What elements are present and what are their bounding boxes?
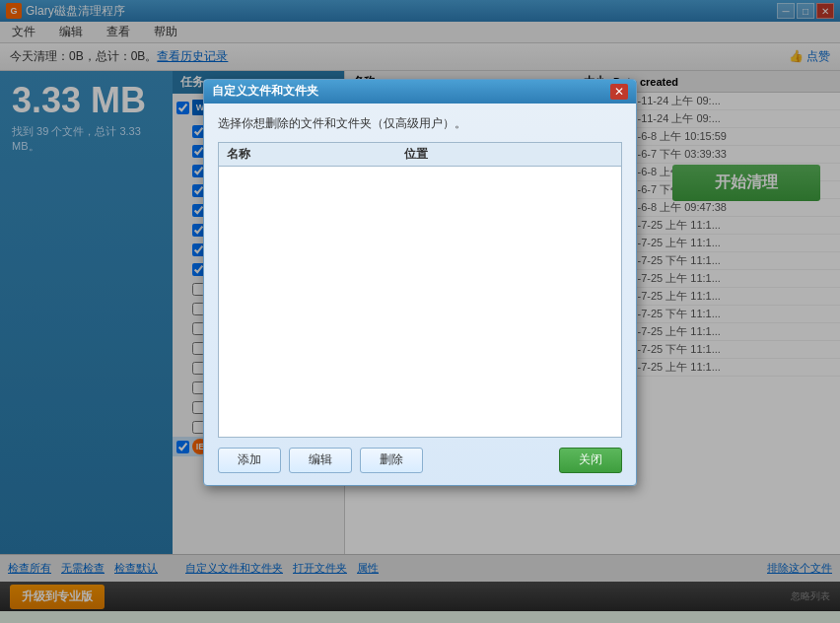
dialog-list-area: 名称 位置 [218, 142, 622, 438]
dialog-buttons: 添加 编辑 删除 关闭 [218, 448, 622, 473]
dialog-close-button[interactable]: ✕ [610, 84, 628, 100]
dialog-instruction: 选择你想删除的文件和文件夹（仅高级用户）。 [218, 115, 622, 132]
dialog-body: 选择你想删除的文件和文件夹（仅高级用户）。 名称 位置 添加 编辑 删除 关闭 [204, 104, 636, 485]
custom-files-dialog: 自定义文件和文件夹 ✕ 选择你想删除的文件和文件夹（仅高级用户）。 名称 位置 … [203, 79, 637, 486]
close-dialog-button[interactable]: 关闭 [559, 448, 622, 473]
dlg-col-name: 名称 [227, 146, 404, 163]
dialog-overlay: 自定义文件和文件夹 ✕ 选择你想删除的文件和文件夹（仅高级用户）。 名称 位置 … [0, 0, 840, 623]
dialog-title: 自定义文件和文件夹 [212, 83, 318, 100]
delete-button[interactable]: 删除 [360, 448, 423, 473]
edit-button[interactable]: 编辑 [289, 448, 352, 473]
dialog-title-bar: 自定义文件和文件夹 ✕ [204, 80, 636, 104]
add-button[interactable]: 添加 [218, 448, 281, 473]
dialog-list-header: 名称 位置 [219, 143, 621, 167]
dlg-col-loc: 位置 [404, 146, 613, 163]
dialog-list-body [219, 167, 621, 423]
